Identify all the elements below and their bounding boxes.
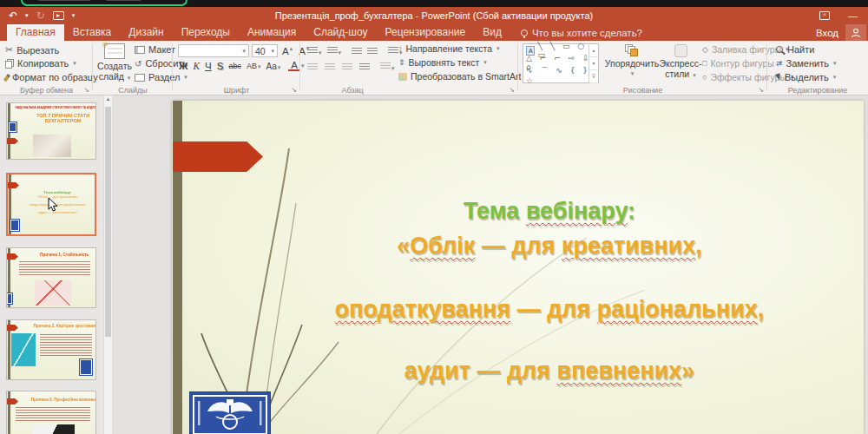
cut-button[interactable]: ✂ Вырезать (5, 44, 59, 56)
font-name-combobox[interactable]: ▾ (178, 44, 249, 57)
numbering-button[interactable]: ▾ (327, 46, 342, 56)
tab-retsenzirovanie[interactable]: Рецензирование (377, 24, 475, 41)
align-center-button[interactable] (325, 63, 335, 71)
shapes-more-icon[interactable]: ⊽ (589, 70, 598, 83)
window-title: Презентація_проф_бухгалтера - PowerPoint… (0, 7, 868, 24)
format-painter-icon (3, 73, 10, 82)
drawing-group-label: Рисование (518, 86, 767, 95)
select-button[interactable]: Выделить ▾ (776, 72, 836, 82)
bullets-button[interactable]: ▾ (307, 46, 322, 56)
format-painter-button[interactable]: Формат по образцу (5, 72, 98, 82)
find-button[interactable]: Найти (776, 44, 814, 55)
new-slide-label2: слайд (99, 71, 124, 82)
smartart-icon (398, 73, 407, 81)
cut-icon: ✂ (5, 44, 13, 56)
thumbnail-slide-4[interactable]: Причина 2. Кар'єрне зростання (6, 319, 96, 380)
section-icon (135, 74, 145, 82)
select-icon (775, 73, 782, 81)
academy-emblem-image[interactable] (189, 391, 271, 434)
paragraph-dialog-launcher[interactable]: ↘ (509, 87, 515, 94)
shape-fill-icon: ◇ (702, 45, 708, 54)
quick-styles-button[interactable]: Экспресс- стили ▾ (661, 44, 700, 81)
clipboard-group-label: Буфер обмена (0, 86, 93, 95)
titlebar: ↶ ▾ ↻ ▾ Презентація_проф_бухгалтера - Po… (0, 7, 868, 24)
change-case-button[interactable]: Аа▾ (263, 62, 283, 71)
minimize-button[interactable]: — (848, 7, 858, 24)
new-slide-button[interactable]: ✳ Создать слайд ▾ (96, 43, 133, 83)
text-direction-label: Направление текста (406, 43, 493, 54)
align-left-button[interactable] (307, 63, 318, 71)
align-text-button[interactable]: ⇕ Выровнять текст ▾ (398, 57, 487, 68)
red-arrow-shape[interactable] (173, 141, 263, 172)
slide-title-line-1[interactable]: Тема вебінару: (246, 198, 853, 225)
slide-title-line-4[interactable]: аудит — для впевнених» (246, 358, 853, 385)
thumb-arrow-shape (7, 325, 18, 331)
strikethrough-button[interactable]: abc (226, 62, 244, 70)
scrollbar-thumb[interactable] (105, 107, 111, 337)
replace-label: Заменить (786, 58, 829, 69)
thumb-arrow-shape (8, 182, 19, 188)
arrange-button[interactable]: Упорядочить ▾ (604, 44, 660, 79)
find-label: Найти (787, 44, 814, 55)
shapes-scroll-down-icon[interactable]: ▾ (589, 57, 598, 70)
font-size-value: 40 (255, 46, 266, 56)
recording-frame (21, 0, 187, 6)
columns-button[interactable]: ▾ (380, 62, 395, 72)
thumbnail-slide-5[interactable]: Причина 3. Професійне визнання (6, 391, 96, 434)
tab-dizain[interactable]: Дизайн (120, 24, 172, 41)
ribbon-display-options-button[interactable]: ^ (819, 7, 830, 24)
font-size-combobox[interactable]: 40 ▾ (252, 44, 278, 57)
tab-vid[interactable]: Вид (474, 24, 510, 41)
shapes-gallery-scroll[interactable]: ▴ ▾ ⊽ (589, 44, 598, 82)
tab-slideshow[interactable]: Слайд-шоу (305, 24, 376, 41)
tab-perekhody[interactable]: Переходы (173, 24, 239, 41)
shape-outline-icon: □ (702, 59, 707, 68)
slide-title-line-3[interactable]: оподаткування — для раціональних, (246, 296, 853, 323)
drawing-dialog-launcher[interactable]: ↘ (758, 87, 764, 94)
decrease-indent-button[interactable] (352, 48, 362, 56)
background-tab-shape (106, 0, 141, 1)
italic-button[interactable]: К (190, 61, 202, 71)
tab-glavnaya[interactable]: Главная (7, 24, 64, 41)
lightbulb-icon (521, 30, 528, 36)
sign-in-link[interactable]: Вход (816, 28, 838, 38)
arrange-label: Упорядочить (605, 58, 659, 69)
font-color-button[interactable]: А (288, 61, 300, 71)
slide-title-line-2[interactable]: «Облік — для креативних, (246, 233, 853, 260)
copy-dropdown-icon: ▾ (73, 60, 76, 67)
scrollbar-up-icon[interactable]: ▲ (104, 96, 112, 102)
text-shadow-button[interactable]: S (214, 61, 227, 71)
account-button[interactable] (845, 24, 866, 41)
tab-vstavka[interactable]: Вставка (64, 24, 121, 41)
justify-button[interactable] (359, 63, 370, 71)
thumbnail-slide-3[interactable]: Причина 1. Стабільність (6, 247, 96, 308)
slide-editing-canvas[interactable]: Тема вебінару: «Облік — для креативних, … (172, 101, 864, 434)
quick-styles-icon (674, 44, 687, 57)
font-dialog-launcher[interactable]: ↘ (291, 87, 297, 94)
thumb1-title-line2: БУХГАЛТЕРОМ (19, 118, 96, 123)
tab-animatsiya[interactable]: Анимация (239, 24, 305, 41)
thumbnail-scrollbar[interactable]: ▲ (103, 95, 112, 434)
character-spacing-button[interactable]: АВ▾ (244, 62, 264, 70)
shapes-scroll-up-icon[interactable]: ▴ (589, 44, 598, 57)
thumb5-image (33, 424, 75, 434)
copy-button[interactable]: Копировать ▾ (5, 58, 76, 69)
shapes-row-misc[interactable]: ∿ ⌒ ∿ { } ☆ (526, 65, 598, 85)
shapes-gallery[interactable]: А ╲ ╲ ▭ ○ ▭ △ ⌐ ⌐ ⇨ ⇩ ⌂ ∿ ⌒ ∿ { } ☆ ▴ ▾ … (523, 43, 599, 83)
bold-button[interactable]: Ж (176, 61, 190, 71)
tell-me-search[interactable]: Что вы хотите сделать? (521, 24, 642, 41)
clipboard-dialog-launcher[interactable]: ↘ (83, 87, 89, 94)
convert-to-smartart-button[interactable]: Преобразовать в SmartArt ▾ (398, 71, 529, 82)
thumb3-body-text (19, 261, 90, 277)
font-size-dropdown-icon: ▾ (271, 48, 274, 55)
thumbnail-slide-1[interactable]: НАЦІОНАЛЬНА АКАДЕМІЯ СТАТИСТИКИ ОБЛІКУ Т… (6, 102, 96, 160)
replace-icon: ⇄ (776, 59, 783, 68)
text-direction-button[interactable]: ↕ Направление текста ▾ (398, 43, 500, 54)
replace-button[interactable]: ⇄ Заменить ▾ (776, 58, 837, 69)
underline-button[interactable]: Ч (202, 61, 214, 71)
find-icon (776, 46, 783, 53)
align-right-button[interactable] (342, 63, 352, 71)
increase-indent-button[interactable] (367, 48, 378, 56)
group-paragraph: ▾ ▾ ▾ ▾ ↕ Направление текста ▾ ⇕ Выровня… (300, 41, 518, 95)
grow-font-button[interactable]: А▴ (279, 45, 295, 56)
